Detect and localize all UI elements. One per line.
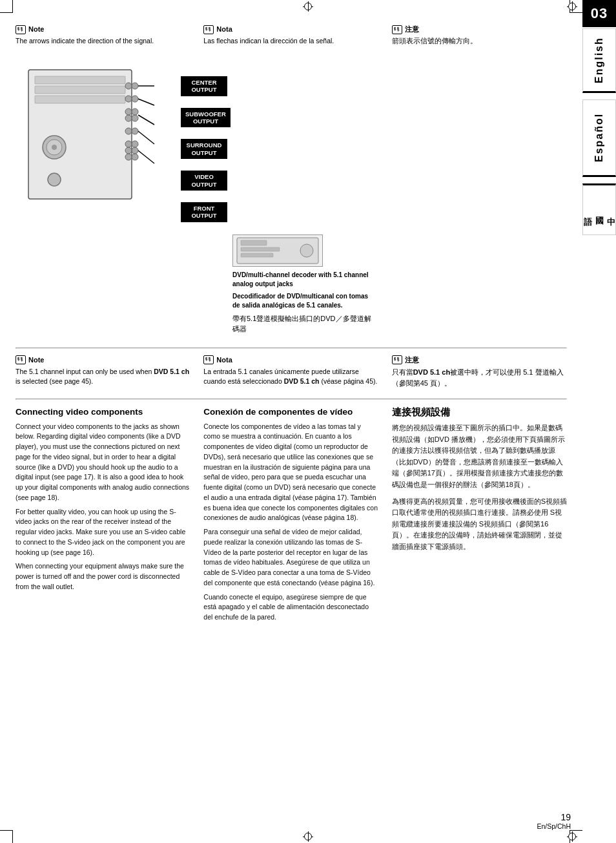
separator-2 xyxy=(15,399,567,400)
svg-rect-3 xyxy=(35,96,125,103)
nota-es-header: Nota xyxy=(203,25,378,34)
svg-point-18 xyxy=(125,154,132,160)
three-col-section: Connecting video components Connect your… xyxy=(15,406,567,623)
svg-point-14 xyxy=(125,141,132,147)
svg-point-9 xyxy=(132,109,138,115)
svg-line-26 xyxy=(138,115,154,125)
col-chinese: 連接視頻設備 將您的視頻設備連接至下圖所示的插口中。如果是數碼視頻設備（如DVD… xyxy=(392,406,567,623)
svg-point-10 xyxy=(125,115,132,121)
page-number: 19 xyxy=(537,812,571,822)
svg-line-25 xyxy=(138,99,154,105)
main-content: Note The arrows indicate the direction o… xyxy=(0,0,582,642)
dvd-info-en: DVD/multi-channel decoder with 5.1 chann… xyxy=(232,271,375,289)
tab-chinese[interactable]: 中國語 xyxy=(582,183,616,235)
crosshair-bottom-center xyxy=(303,831,313,842)
svg-point-12 xyxy=(125,128,132,134)
dvd-box-area: DVD/multi-channel decoder with 5.1 chann… xyxy=(232,234,567,335)
section-heading-cn: 連接視頻設備 xyxy=(392,406,567,419)
svg-point-13 xyxy=(132,128,138,134)
note-cn-icon xyxy=(392,25,402,34)
footer: 19 En/Sp/ChH xyxy=(537,812,571,830)
nota-middle-es: Nota La entrada 5.1 canales únicamente p… xyxy=(203,355,378,388)
note-mid-cn-header: 注意 xyxy=(392,355,567,365)
note-mid-en-label: Note xyxy=(28,355,44,365)
note-en-text: The arrows indicate the direction of the… xyxy=(15,36,190,46)
nota-es-label: Nota xyxy=(216,25,232,34)
svg-rect-32 xyxy=(241,253,273,257)
nota-espanol: Nota Las flechas indican la dirección de… xyxy=(203,25,378,47)
note-en-header: Note xyxy=(15,25,190,34)
para-en-1: Connect your video components to the jac… xyxy=(15,422,190,503)
note-middle-en: Note The 5.1 channel input can only be u… xyxy=(15,355,190,388)
svg-point-33 xyxy=(300,244,313,257)
device-image xyxy=(15,57,170,213)
label-surround-output: SURROUNDOUTPUT xyxy=(181,139,567,159)
diagram-area: CENTEROUTPUT SUBWOOFEROUTPUT SURROUNDOUT… xyxy=(15,57,567,335)
tab-english[interactable]: English xyxy=(582,28,616,93)
note-chinese: 注意 箭頭表示信號的傳輸方向。 xyxy=(392,25,567,47)
label-front-output: FRONTOUTPUT xyxy=(181,202,567,222)
nota-mid-es-text: La entrada 5.1 canales únicamente puede … xyxy=(203,367,378,386)
para-es-2: Para conseguir una señal de vídeo de mej… xyxy=(203,527,378,588)
svg-rect-30 xyxy=(241,240,267,245)
label-video-output: VIDEOOUTPUT xyxy=(181,171,567,191)
svg-point-4 xyxy=(125,83,132,89)
outputs-panel: CENTEROUTPUT SUBWOOFEROUTPUT SURROUNDOUT… xyxy=(181,76,567,224)
top-notes-row: Note The arrows indicate the direction o… xyxy=(15,25,567,47)
tab-number: 03 xyxy=(582,0,616,27)
tab-espanol[interactable]: Español xyxy=(582,99,616,177)
nota-es-text: Las flechas indican la dirección de la s… xyxy=(203,36,378,46)
svg-point-5 xyxy=(132,83,138,89)
note-cn-header: 注意 xyxy=(392,25,567,34)
front-output-tag: FRONTOUTPUT xyxy=(181,202,227,222)
subwoofer-output-tag: SUBWOOFEROUTPUT xyxy=(181,108,231,128)
section-body-en: Connect your video components to the jac… xyxy=(15,422,190,592)
separator-1 xyxy=(15,348,567,349)
svg-point-11 xyxy=(132,115,138,121)
svg-point-17 xyxy=(132,147,138,154)
dvd-info-es: Decodificador de DVD/multicanal con toma… xyxy=(232,292,375,310)
svg-point-6 xyxy=(125,96,132,102)
svg-point-7 xyxy=(132,96,138,102)
svg-point-19 xyxy=(132,154,138,160)
dvd-info-cn: 帶有5.1聲道模擬輸出插口的DVD／多聲道解碼器 xyxy=(232,313,375,335)
para-es-1: Conecte los componentes de vídeo a las t… xyxy=(203,422,378,524)
svg-point-8 xyxy=(125,109,132,115)
note-middle-cn: 注意 只有當DVD 5.1 ch被選中時，才可以使用 5.1 聲道輸入（參閱第4… xyxy=(392,355,567,388)
note-english: Note The arrows indicate the direction o… xyxy=(15,25,190,47)
note-cn-text: 箭頭表示信號的傳輸方向。 xyxy=(392,36,567,46)
svg-point-15 xyxy=(132,141,138,147)
note-mid-en-header: Note xyxy=(15,355,190,365)
para-en-2: For better quality video, you can hook u… xyxy=(15,507,190,558)
note-en-icon xyxy=(15,25,26,34)
svg-point-22 xyxy=(52,145,57,150)
nota-mid-es-header: Nota xyxy=(203,355,378,365)
footer-lang: En/Sp/ChH xyxy=(537,822,571,830)
middle-notes-row: Note The 5.1 channel input can only be u… xyxy=(15,355,567,388)
label-subwoofer-output: SUBWOOFEROUTPUT xyxy=(181,108,567,128)
note-cn-label: 注意 xyxy=(405,25,419,34)
col-espanol: Conexión de componentes de vídeo Conecte… xyxy=(203,406,378,623)
right-panel: CENTEROUTPUT SUBWOOFEROUTPUT SURROUNDOUT… xyxy=(181,57,567,335)
center-output-tag: CENTEROUTPUT xyxy=(181,76,227,96)
note-mid-en-text: The 5.1 channel input can only be used w… xyxy=(15,367,190,386)
section-body-es: Conecte los componentes de vídeo a las t… xyxy=(203,422,378,623)
surround-output-tag: SURROUNDOUTPUT xyxy=(181,139,227,159)
para-es-3: Cuando conecte el equipo, asegúrese siem… xyxy=(203,592,378,623)
svg-line-28 xyxy=(138,151,154,163)
svg-point-23 xyxy=(48,173,61,186)
note-mid-cn-text: 只有當DVD 5.1 ch被選中時，才可以使用 5.1 聲道輸入（參閱第45 頁… xyxy=(392,367,567,388)
svg-line-27 xyxy=(138,131,154,144)
section-body-cn: 將您的視頻設備連接至下圖所示的插口中。如果是數碼視頻設備（如DVD 播放機），您… xyxy=(392,422,567,553)
nota-mid-es-icon xyxy=(203,355,214,364)
para-en-3: When connecting your equipment always ma… xyxy=(15,561,190,592)
svg-rect-1 xyxy=(35,76,125,84)
col-english: Connecting video components Connect your… xyxy=(15,406,190,623)
note-mid-cn-label: 注意 xyxy=(405,355,419,365)
para-cn-2: 為獲得更高的視頻質量，您可使用接收機後面的S視頻插口取代通常使用的視頻插口進行連… xyxy=(392,496,567,553)
label-center-output: CENTEROUTPUT xyxy=(181,76,567,96)
note-mid-en-icon xyxy=(15,355,26,364)
crosshair-bottom-right xyxy=(567,831,577,842)
nota-es-icon xyxy=(203,25,214,34)
svg-point-16 xyxy=(125,147,132,154)
